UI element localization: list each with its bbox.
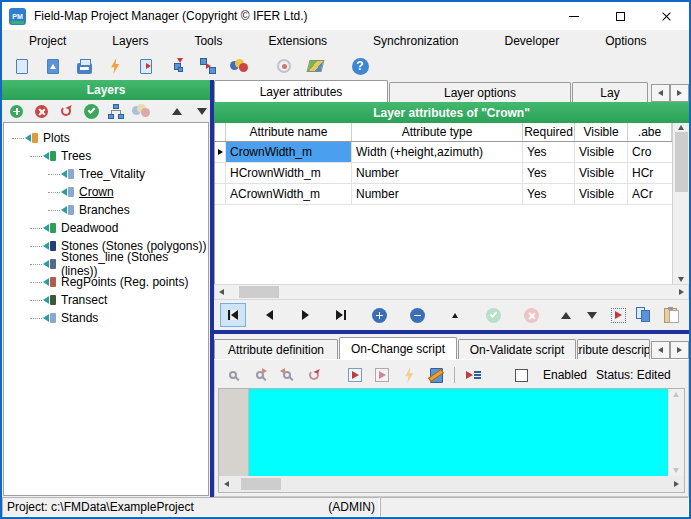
delete-layer-button[interactable] [33, 102, 50, 120]
delete-record-button[interactable] [404, 303, 430, 327]
tree-item-deadwood[interactable]: Deadwood [4, 219, 208, 237]
maximize-button[interactable] [597, 2, 643, 30]
import-script-button[interactable] [346, 366, 364, 384]
table-row[interactable]: ACrownWidth_m Number Yes Visible ACr [215, 184, 672, 205]
validate-layer-button[interactable] [83, 102, 100, 120]
menu-options[interactable]: Options [582, 30, 669, 52]
replace-button[interactable] [305, 366, 323, 384]
help-icon[interactable]: ? [350, 56, 370, 76]
first-record-button[interactable] [220, 303, 246, 327]
enabled-checkbox[interactable] [515, 369, 528, 382]
data-transfer-icon[interactable] [167, 56, 187, 76]
col-attribute-type[interactable]: Attribute type [352, 123, 523, 141]
target-icon[interactable] [274, 56, 294, 76]
color-settings-icon[interactable] [229, 56, 249, 76]
import-project-icon[interactable] [43, 56, 63, 76]
format-script-button[interactable] [464, 366, 482, 384]
scrollbar-thumb[interactable] [675, 132, 688, 192]
post-edit-button[interactable] [480, 303, 506, 327]
layer-hierarchy-button[interactable] [107, 102, 124, 120]
map-icon[interactable] [305, 56, 325, 76]
move-attribute-down-button[interactable] [579, 303, 605, 327]
table-row[interactable]: HCrownWidth_m Number Yes Visible HCr [215, 163, 672, 184]
editor-horizontal-scrollbar[interactable] [219, 476, 684, 492]
search-previous-button[interactable] [278, 366, 296, 384]
menu-layers[interactable]: Layers [89, 30, 171, 52]
next-record-button[interactable] [292, 303, 318, 327]
test-script-button[interactable] [400, 366, 418, 384]
col-label-truncated[interactable]: .abe [628, 123, 672, 141]
cell-attribute-type[interactable]: Width (+height,azimuth) [352, 142, 523, 162]
print-icon[interactable] [74, 56, 94, 76]
tab-layer-truncated[interactable]: Lay [572, 82, 648, 102]
insert-record-button[interactable] [366, 303, 392, 327]
table-horizontal-scrollbar[interactable] [214, 284, 689, 300]
menu-extensions[interactable]: Extensions [245, 30, 350, 52]
search-button[interactable] [224, 366, 242, 384]
cell-attribute-name[interactable]: CrownWidth_m [226, 142, 352, 162]
close-button[interactable] [643, 2, 689, 30]
cell-required[interactable]: Yes [523, 184, 575, 204]
export-script-button[interactable] [373, 366, 391, 384]
menu-synchronization[interactable]: Synchronization [350, 30, 481, 52]
col-attribute-name[interactable]: Attribute name [226, 123, 352, 141]
tree-item-transect[interactable]: Transect [4, 291, 208, 309]
sync-layers-icon[interactable] [198, 56, 218, 76]
cell-label[interactable]: HCr [628, 163, 672, 183]
tab-attribute-definition[interactable]: Attribute definition [214, 339, 338, 359]
tree-item-crown[interactable]: Crown [4, 183, 208, 201]
move-attribute-up-button[interactable] [553, 303, 579, 327]
search-next-button[interactable] [251, 366, 269, 384]
edit-record-button[interactable] [442, 303, 468, 327]
col-required[interactable]: Required [523, 123, 575, 141]
table-vertical-scrollbar[interactable] [672, 123, 689, 284]
prior-record-button[interactable] [256, 303, 282, 327]
layer-colors-button[interactable] [132, 102, 150, 120]
cell-attribute-name[interactable]: ACrownWidth_m [226, 184, 352, 204]
scrollbar-thumb[interactable] [239, 286, 279, 298]
export-data-icon[interactable] [136, 56, 156, 76]
cell-attribute-name[interactable]: HCrownWidth_m [226, 163, 352, 183]
editor-vertical-scrollbar[interactable] [668, 389, 684, 476]
tab-attribute-description[interactable]: Attribute descriptio [577, 339, 650, 359]
cell-visible[interactable]: Visible [575, 142, 628, 162]
run-icon[interactable] [105, 56, 125, 76]
tab-on-validate-script[interactable]: On-Validate script [458, 339, 576, 359]
tab-scroll-right-button[interactable] [670, 341, 689, 359]
paste-attribute-button[interactable] [657, 303, 683, 327]
script-code-area[interactable] [249, 389, 668, 476]
new-project-icon[interactable] [12, 56, 32, 76]
move-layer-down-button[interactable] [193, 102, 210, 120]
add-layer-button[interactable] [8, 102, 25, 120]
last-record-button[interactable] [328, 303, 354, 327]
tab-layer-options[interactable]: Layer options [389, 82, 571, 102]
tab-scroll-right-button[interactable] [670, 84, 689, 102]
cancel-edit-button[interactable] [518, 303, 544, 327]
table-row[interactable]: CrownWidth_m Width (+height,azimuth) Yes… [215, 142, 672, 163]
tree-item-stands[interactable]: Stands [4, 309, 208, 327]
tree-item-trees[interactable]: Trees [4, 147, 208, 165]
tree-item-regpoints[interactable]: RegPoints (Reg. points) [4, 273, 208, 291]
move-layer-up-button[interactable] [168, 102, 185, 120]
cell-label[interactable]: Cro [628, 142, 672, 162]
insert-from-template-button[interactable] [605, 303, 631, 327]
cell-attribute-type[interactable]: Number [352, 163, 523, 183]
tree-item-plots[interactable]: Plots [4, 129, 208, 147]
tab-scroll-left-button[interactable] [651, 341, 670, 359]
menu-developer[interactable]: Developer [482, 30, 583, 52]
menu-tools[interactable]: Tools [171, 30, 245, 52]
refresh-layer-button[interactable] [58, 102, 75, 120]
cell-required[interactable]: Yes [523, 142, 575, 162]
tab-scroll-left-button[interactable] [651, 84, 670, 102]
scrollbar-thumb[interactable] [241, 478, 281, 490]
menu-help[interactable]: Help [670, 30, 691, 52]
cell-visible[interactable]: Visible [575, 184, 628, 204]
col-visible[interactable]: Visible [575, 123, 628, 141]
cell-required[interactable]: Yes [523, 163, 575, 183]
edit-script-button[interactable] [427, 366, 445, 384]
menu-project[interactable]: Project [6, 30, 89, 52]
minimize-button[interactable] [551, 2, 597, 30]
tree-item-stones-lines[interactable]: Stones_line (Stones (lines)) [4, 255, 208, 273]
copy-attribute-button[interactable] [631, 303, 657, 327]
tree-item-tree-vitality[interactable]: Tree_Vitality [4, 165, 208, 183]
